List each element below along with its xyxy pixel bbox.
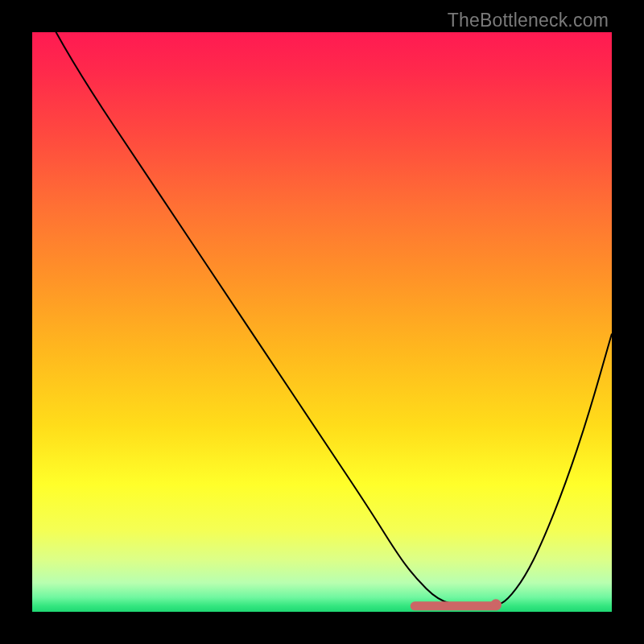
bottleneck-curve	[32, 32, 612, 606]
curve-layer	[32, 32, 612, 612]
chart-frame: TheBottleneck.com	[0, 0, 644, 644]
min-end-dot	[490, 599, 502, 610]
plot-area	[32, 32, 612, 612]
watermark-text: TheBottleneck.com	[448, 10, 609, 31]
